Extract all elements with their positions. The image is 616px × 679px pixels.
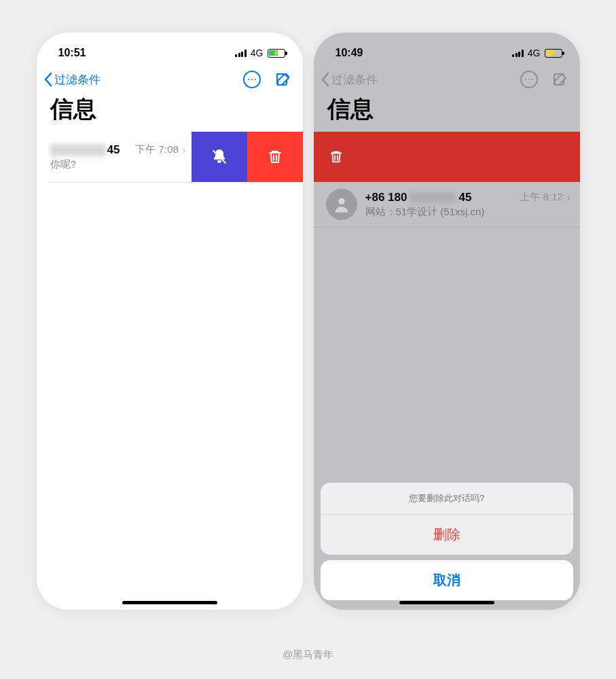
person-icon xyxy=(332,195,351,214)
nav-actions: ⋯ xyxy=(520,71,569,88)
back-button[interactable]: 过滤条件 xyxy=(43,72,101,88)
compose-icon xyxy=(275,71,291,88)
signal-icon xyxy=(235,49,247,57)
bell-slash-icon xyxy=(211,149,228,165)
battery-icon: ⚡ xyxy=(268,49,285,58)
nav-bar: 过滤条件 ⋯ xyxy=(314,67,580,91)
chevron-left-icon xyxy=(43,72,53,87)
credit-text: @黑马青年 xyxy=(283,648,333,661)
redacted-text xyxy=(50,144,106,156)
redacted-text xyxy=(410,192,456,203)
message-time: 上午 8:12 xyxy=(520,191,562,204)
trash-icon xyxy=(329,149,344,164)
status-bar: 10:49 4G ⚡ xyxy=(314,39,580,67)
svg-point-2 xyxy=(338,198,344,204)
status-indicators: 4G ⚡ xyxy=(512,48,562,58)
home-indicator[interactable] xyxy=(122,601,217,604)
avatar xyxy=(326,189,357,220)
message-row-swiped[interactable]: 45 下午 7:08 › 你呢? xyxy=(37,132,303,182)
chevron-right-icon: › xyxy=(183,145,186,155)
battery-icon: ⚡ xyxy=(545,49,562,58)
compose-button[interactable] xyxy=(551,71,569,88)
status-time: 10:51 xyxy=(58,47,86,59)
message-time: 下午 7:08 xyxy=(135,143,178,156)
back-label: 过滤条件 xyxy=(331,72,378,88)
more-button[interactable]: ⋯ xyxy=(520,71,538,88)
row-divider xyxy=(50,182,303,183)
chevron-left-icon xyxy=(321,72,330,87)
delete-banner[interactable] xyxy=(314,132,580,182)
nav-actions: ⋯ xyxy=(243,71,292,88)
sheet-title: 您要删除此对话吗? xyxy=(321,483,573,515)
network-label: 4G xyxy=(251,48,264,58)
compose-icon xyxy=(552,71,568,88)
action-sheet: 您要删除此对话吗? 删除 取消 xyxy=(314,483,580,610)
message-content[interactable]: 45 下午 7:08 › 你呢? xyxy=(37,132,192,182)
back-button[interactable]: 过滤条件 xyxy=(321,72,378,88)
compose-button[interactable] xyxy=(274,71,292,88)
message-preview: 你呢? xyxy=(50,158,186,171)
message-sender: 45 xyxy=(50,143,120,157)
nav-bar: 过滤条件 ⋯ xyxy=(37,67,303,91)
more-button[interactable]: ⋯ xyxy=(243,71,261,88)
status-bar: 10:51 4G ⚡ xyxy=(37,39,303,67)
phone-left: 10:51 4G ⚡ 过滤条件 ⋯ 信息 xyxy=(37,33,303,610)
message-sender: +86 180 45 xyxy=(365,191,472,204)
status-indicators: 4G ⚡ xyxy=(235,48,285,58)
status-time: 10:49 xyxy=(336,47,363,59)
phone-right: 10:49 4G ⚡ 过滤条件 ⋯ 信息 xyxy=(314,33,580,610)
home-indicator[interactable] xyxy=(399,601,494,604)
page-title: 信息 xyxy=(37,91,303,132)
page-title: 信息 xyxy=(314,91,580,132)
chevron-right-icon: › xyxy=(567,192,570,203)
message-preview: 网站：51学设计 (51xsj.cn) xyxy=(365,206,570,219)
swipe-delete-button[interactable] xyxy=(247,132,303,182)
swipe-mute-button[interactable] xyxy=(192,132,247,182)
message-row[interactable]: +86 180 45 上午 8:12 › 网站：51学设计 (51xsj.cn) xyxy=(314,182,580,227)
sheet-delete-button[interactable]: 删除 xyxy=(321,515,573,555)
network-label: 4G xyxy=(528,48,541,58)
trash-icon xyxy=(267,149,283,165)
signal-icon xyxy=(512,49,524,57)
back-label: 过滤条件 xyxy=(54,72,101,88)
sheet-cancel-button[interactable]: 取消 xyxy=(321,560,573,600)
